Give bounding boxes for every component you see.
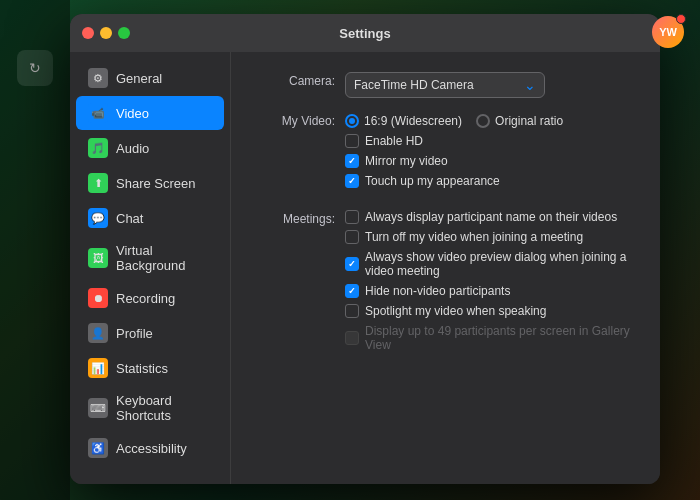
sidebar-item-general[interactable]: ⚙ General	[76, 61, 224, 95]
accessibility-icon: ♿	[88, 438, 108, 458]
checkbox-show-preview-box[interactable]	[345, 257, 359, 271]
refresh-icon: ↻	[29, 60, 41, 76]
checkbox-enable-hd-box[interactable]	[345, 134, 359, 148]
camera-row: Camera: FaceTime HD Camera ⌄	[255, 72, 636, 98]
my-video-controls: 16:9 (Widescreen) Original ratio Enable …	[345, 112, 636, 188]
avatar[interactable]: YW	[652, 16, 684, 48]
radio-original-button[interactable]	[476, 114, 490, 128]
sidebar-item-statistics[interactable]: 📊 Statistics	[76, 351, 224, 385]
meetings-label: Meetings:	[255, 210, 335, 226]
chat-icon: 💬	[88, 208, 108, 228]
my-video-label: My Video:	[255, 112, 335, 128]
checkbox-display-name[interactable]: Always display participant name on their…	[345, 210, 636, 224]
checkbox-hide-non-video[interactable]: Hide non-video participants	[345, 284, 636, 298]
left-panel: ↻	[0, 0, 70, 500]
checkbox-turn-off-joining[interactable]: Turn off my video when joining a meeting	[345, 230, 636, 244]
gear-icon: ⚙	[88, 68, 108, 88]
checkbox-display-name-box[interactable]	[345, 210, 359, 224]
checkbox-turn-off-joining-box[interactable]	[345, 230, 359, 244]
radio-original[interactable]: Original ratio	[476, 114, 563, 128]
keyboard-icon: ⌨	[88, 398, 108, 418]
notification-badge	[676, 14, 686, 24]
close-button[interactable]	[82, 27, 94, 39]
sidebar-item-virtual-background[interactable]: 🖼 Virtual Background	[76, 236, 224, 280]
vbg-icon: 🖼	[88, 248, 108, 268]
sidebar-item-profile[interactable]: 👤 Profile	[76, 316, 224, 350]
traffic-lights	[82, 27, 130, 39]
checkbox-gallery-view: Display up to 49 participants per screen…	[345, 324, 636, 352]
checkbox-mirror-video[interactable]: Mirror my video	[345, 154, 636, 168]
aspect-ratio-group: 16:9 (Widescreen) Original ratio	[345, 114, 636, 128]
main-content: ⚙ General 📹 Video 🎵 Audio ⬆ Share Screen…	[70, 52, 660, 484]
checkbox-touch-up-box[interactable]	[345, 174, 359, 188]
checkbox-gallery-view-box	[345, 331, 359, 345]
checkbox-hide-non-video-box[interactable]	[345, 284, 359, 298]
chevron-down-icon: ⌄	[524, 77, 536, 93]
meetings-controls: Always display participant name on their…	[345, 210, 636, 352]
sidebar-item-keyboard-shortcuts[interactable]: ⌨ Keyboard Shortcuts	[76, 386, 224, 430]
sidebar-item-audio[interactable]: 🎵 Audio	[76, 131, 224, 165]
checkbox-touch-up[interactable]: Touch up my appearance	[345, 174, 636, 188]
sidebar-item-chat[interactable]: 💬 Chat	[76, 201, 224, 235]
checkbox-spotlight-box[interactable]	[345, 304, 359, 318]
checkbox-mirror-video-box[interactable]	[345, 154, 359, 168]
maximize-button[interactable]	[118, 27, 130, 39]
radio-16-9-button[interactable]	[345, 114, 359, 128]
sidebar-item-recording[interactable]: ⏺ Recording	[76, 281, 224, 315]
meetings-row: Meetings: Always display participant nam…	[255, 210, 636, 352]
checkbox-spotlight[interactable]: Spotlight my video when speaking	[345, 304, 636, 318]
content-panel: Camera: FaceTime HD Camera ⌄ My Video: 1…	[230, 52, 660, 484]
avatar-area: YW	[652, 16, 684, 48]
camera-controls: FaceTime HD Camera ⌄	[345, 72, 636, 98]
share-icon: ⬆	[88, 173, 108, 193]
minimize-button[interactable]	[100, 27, 112, 39]
stats-icon: 📊	[88, 358, 108, 378]
sidebar-item-share-screen[interactable]: ⬆ Share Screen	[76, 166, 224, 200]
sidebar-item-accessibility[interactable]: ♿ Accessibility	[76, 431, 224, 465]
audio-icon: 🎵	[88, 138, 108, 158]
window-title: Settings	[339, 26, 390, 41]
camera-label: Camera:	[255, 72, 335, 88]
profile-icon: 👤	[88, 323, 108, 343]
record-icon: ⏺	[88, 288, 108, 308]
sidebar: ⚙ General 📹 Video 🎵 Audio ⬆ Share Screen…	[70, 52, 230, 484]
camera-select[interactable]: FaceTime HD Camera ⌄	[345, 72, 545, 98]
sidebar-item-video[interactable]: 📹 Video	[76, 96, 224, 130]
radio-16-9[interactable]: 16:9 (Widescreen)	[345, 114, 462, 128]
title-bar: Settings	[70, 14, 660, 52]
my-video-row: My Video: 16:9 (Widescreen) Original rat…	[255, 112, 636, 188]
settings-window: Settings ⚙ General 📹 Video 🎵 Audio ⬆ Sha…	[70, 14, 660, 484]
refresh-button[interactable]: ↻	[17, 50, 53, 86]
checkbox-enable-hd[interactable]: Enable HD	[345, 134, 636, 148]
checkbox-show-preview[interactable]: Always show video preview dialog when jo…	[345, 250, 636, 278]
video-icon: 📹	[88, 103, 108, 123]
